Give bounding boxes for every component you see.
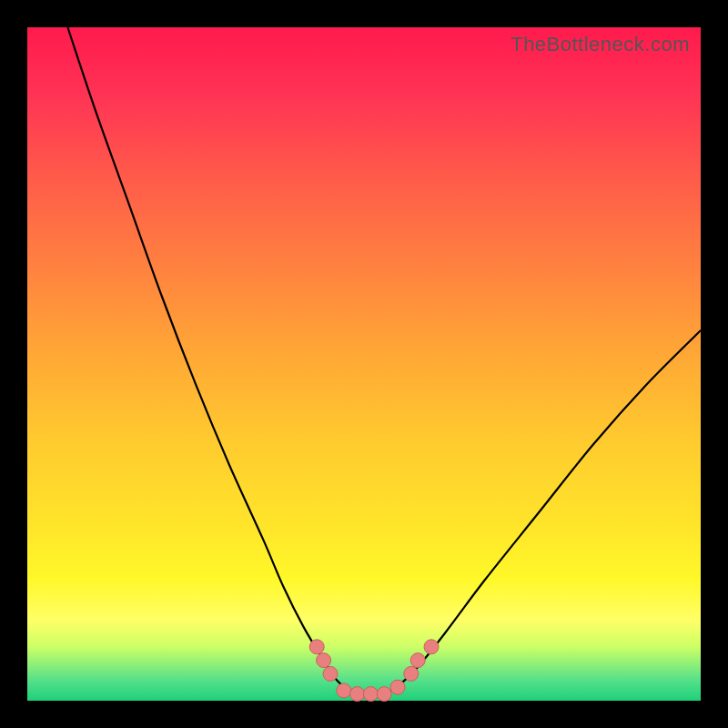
chart-svg xyxy=(27,27,701,701)
data-marker xyxy=(337,683,351,698)
data-marker xyxy=(377,687,391,702)
data-marker xyxy=(424,640,439,654)
data-marker xyxy=(350,687,365,702)
data-marker-group xyxy=(309,640,439,702)
data-marker xyxy=(404,666,419,681)
plot-area: TheBottleneck.com xyxy=(27,27,701,701)
data-marker xyxy=(309,640,324,654)
data-marker xyxy=(363,687,378,702)
data-marker xyxy=(410,653,425,668)
bottleneck-curve-path xyxy=(67,27,701,694)
data-marker xyxy=(323,666,338,681)
data-marker xyxy=(317,653,331,668)
data-marker xyxy=(390,680,405,694)
outer-frame: TheBottleneck.com xyxy=(0,0,728,728)
